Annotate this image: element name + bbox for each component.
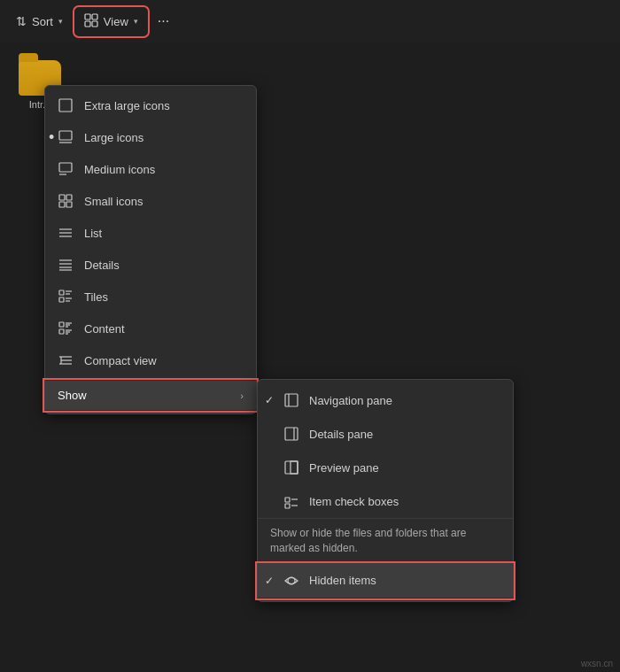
svg-rect-20 bbox=[59, 290, 64, 295]
view-button[interactable]: View ▾ bbox=[75, 8, 147, 35]
small-icons-icon bbox=[58, 193, 74, 209]
menu-item-show[interactable]: Show › bbox=[45, 381, 256, 410]
tooltip-text: Show or hide the files and folders that … bbox=[270, 527, 466, 554]
svg-rect-46 bbox=[285, 504, 290, 508]
list-svg bbox=[58, 226, 73, 240]
svg-rect-42 bbox=[285, 461, 298, 474]
submenu-item-item-checkbox[interactable]: Item check boxes bbox=[258, 484, 513, 518]
show-submenu: Navigation pane Details pane Preview pan… bbox=[257, 379, 514, 602]
menu-item-extra-large[interactable]: Extra large icons bbox=[45, 89, 256, 121]
details-label: Details bbox=[84, 259, 244, 272]
item-checkbox-icon bbox=[283, 492, 300, 510]
submenu-item-navigation-pane[interactable]: Navigation pane bbox=[258, 383, 513, 417]
show-label: Show bbox=[58, 389, 229, 402]
more-button[interactable]: ··· bbox=[151, 8, 176, 35]
details-svg bbox=[58, 258, 73, 272]
svg-rect-43 bbox=[291, 461, 298, 474]
menu-divider bbox=[45, 378, 256, 379]
large-icons-svg bbox=[58, 130, 73, 144]
tiles-icon bbox=[58, 289, 74, 305]
content-area: Intr... Extra large icons Large icons bbox=[0, 42, 620, 672]
content-label: Content bbox=[84, 322, 244, 336]
medium-icons-label: Medium icons bbox=[84, 163, 244, 176]
view-label: View bbox=[104, 15, 128, 28]
show-arrow: › bbox=[240, 390, 244, 401]
preview-pane-icon bbox=[283, 459, 300, 476]
details-icon bbox=[58, 257, 74, 273]
extra-large-label: Extra large icons bbox=[84, 99, 244, 112]
extra-large-icon bbox=[58, 97, 74, 113]
svg-rect-11 bbox=[59, 202, 65, 207]
details-pane-label: Details pane bbox=[309, 428, 500, 441]
item-checkbox-svg bbox=[283, 493, 299, 509]
svg-rect-7 bbox=[59, 163, 72, 172]
toolbar: ⇅ Sort ▾ View ▾ ··· bbox=[0, 0, 620, 42]
extra-large-svg bbox=[58, 98, 73, 112]
medium-icons-svg bbox=[58, 162, 73, 176]
tiles-svg bbox=[58, 290, 73, 304]
menu-item-large-icons[interactable]: Large icons bbox=[45, 121, 256, 153]
menu-item-list[interactable]: List bbox=[45, 217, 256, 249]
large-icons-label: Large icons bbox=[84, 131, 244, 144]
svg-rect-5 bbox=[59, 131, 72, 140]
svg-rect-3 bbox=[92, 21, 97, 27]
hidden-items-label: Hidden items bbox=[309, 574, 500, 587]
details-pane-icon bbox=[283, 425, 300, 443]
navigation-pane-label: Navigation pane bbox=[309, 394, 500, 407]
svg-rect-38 bbox=[285, 394, 298, 406]
svg-rect-9 bbox=[59, 195, 65, 200]
menu-item-content[interactable]: Content bbox=[45, 313, 256, 344]
submenu-item-hidden-items[interactable]: Hidden items bbox=[258, 564, 513, 598]
svg-rect-44 bbox=[285, 498, 290, 502]
compact-view-icon bbox=[58, 352, 74, 368]
tiles-label: Tiles bbox=[84, 290, 244, 304]
svg-rect-0 bbox=[85, 14, 90, 19]
hidden-items-svg bbox=[283, 573, 299, 589]
svg-rect-26 bbox=[59, 322, 64, 327]
details-pane-svg bbox=[283, 426, 299, 442]
medium-icons-icon bbox=[58, 161, 74, 177]
hidden-items-tooltip: Show or hide the files and folders that … bbox=[258, 518, 513, 564]
hidden-items-icon bbox=[283, 572, 300, 590]
preview-pane-label: Preview pane bbox=[309, 461, 500, 475]
item-checkbox-label: Item check boxes bbox=[309, 495, 500, 508]
svg-rect-40 bbox=[285, 428, 298, 440]
svg-rect-4 bbox=[59, 99, 72, 112]
menu-item-tiles[interactable]: Tiles bbox=[45, 281, 256, 313]
svg-rect-1 bbox=[92, 14, 97, 19]
large-icons-icon bbox=[58, 129, 74, 145]
svg-rect-30 bbox=[59, 329, 64, 334]
menu-item-details[interactable]: Details bbox=[45, 249, 256, 281]
view-svg-icon bbox=[84, 13, 98, 27]
watermark: wxsn.cn bbox=[581, 659, 613, 668]
view-chevron: ▾ bbox=[134, 17, 138, 26]
submenu-item-preview-pane[interactable]: Preview pane bbox=[258, 451, 513, 484]
sort-label: Sort bbox=[32, 15, 53, 28]
view-dropdown-menu: Extra large icons Large icons Medium ico… bbox=[44, 85, 257, 414]
more-label: ··· bbox=[158, 13, 169, 29]
preview-pane-svg bbox=[283, 460, 299, 475]
content-svg bbox=[58, 321, 73, 336]
menu-item-medium-icons[interactable]: Medium icons bbox=[45, 153, 256, 185]
small-icons-svg bbox=[58, 194, 73, 208]
compact-view-label: Compact view bbox=[84, 354, 244, 367]
submenu-item-details-pane[interactable]: Details pane bbox=[258, 417, 513, 451]
menu-item-compact-view[interactable]: Compact view bbox=[45, 344, 256, 376]
navigation-pane-icon bbox=[283, 391, 300, 409]
compact-view-svg bbox=[58, 353, 73, 367]
content-icon bbox=[58, 321, 74, 336]
list-icon bbox=[58, 225, 74, 241]
svg-rect-23 bbox=[59, 297, 64, 302]
menu-item-small-icons[interactable]: Small icons bbox=[45, 185, 256, 217]
view-icon bbox=[84, 13, 98, 30]
sort-icon: ⇅ bbox=[16, 14, 27, 28]
small-icons-label: Small icons bbox=[84, 195, 244, 208]
sort-button[interactable]: ⇅ Sort ▾ bbox=[7, 9, 72, 34]
watermark-text: wxsn.cn bbox=[581, 659, 613, 668]
svg-rect-12 bbox=[66, 202, 72, 207]
sort-chevron: ▾ bbox=[58, 17, 63, 26]
svg-rect-10 bbox=[66, 195, 72, 200]
svg-rect-2 bbox=[85, 21, 90, 27]
navigation-pane-svg bbox=[283, 392, 299, 408]
list-label: List bbox=[84, 227, 244, 240]
